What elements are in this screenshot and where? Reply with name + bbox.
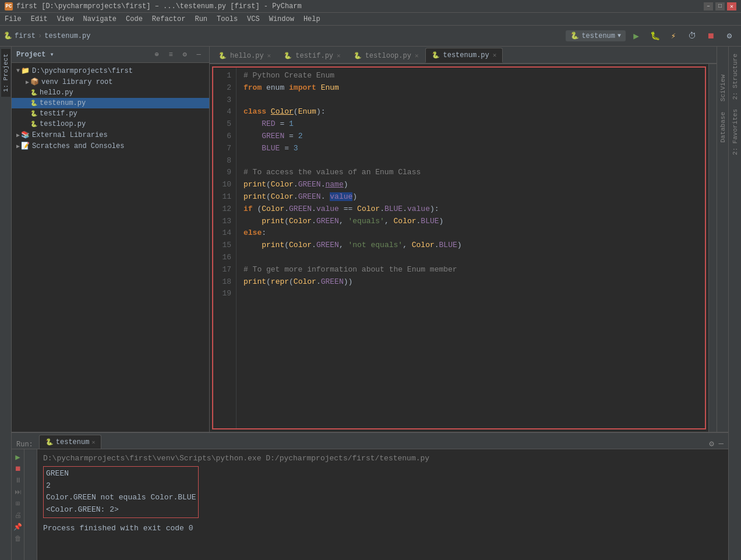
tab-testloop[interactable]: 🐍 testloop.py ✕ <box>347 48 425 63</box>
code-editor[interactable]: 12345 678910 1112131415 16171819 # Pytho… <box>210 64 717 432</box>
tree-item-external[interactable]: ▶ 📚 External Libraries <box>12 129 209 140</box>
project-panel-header: Project ▾ ⊕ ≡ ⚙ ─ <box>12 47 209 63</box>
group-button[interactable]: ⊞ <box>13 498 23 509</box>
resume-button[interactable]: ⏭ <box>13 487 23 497</box>
run-tab-label: testenum <box>56 438 90 446</box>
panel-add-button[interactable]: ⊕ <box>151 49 163 61</box>
output-2: 2 <box>46 480 196 492</box>
run-tab-close[interactable]: ✕ <box>91 439 95 446</box>
tab-testif-close[interactable]: ✕ <box>337 52 341 59</box>
code-content[interactable]: # Python Create Enum from enum import En… <box>237 68 705 428</box>
editor-scrollbar[interactable] <box>708 64 717 432</box>
tree-item-scratches[interactable]: ▶ 📝 Scratches and Consoles <box>12 140 209 152</box>
sciview-tab[interactable]: SciView <box>718 70 728 106</box>
menu-vcs[interactable]: VCS <box>242 13 264 25</box>
close-panel-icon: ─ <box>719 439 724 449</box>
tree-item-testloop[interactable]: 🐍 testloop.py <box>12 119 209 129</box>
rerun-button[interactable]: ▶ <box>13 452 23 462</box>
output-not-equals: Color.GREEN not equals Color.BLUE <box>46 492 196 504</box>
coverage-button[interactable]: ⚡ <box>665 28 682 44</box>
project-breadcrumb[interactable]: 🐍 <box>3 31 12 40</box>
tab-testenum-icon: 🐍 <box>432 51 440 59</box>
bottom-tab-bar: Run: 🐍 testenum ✕ ⚙ ─ <box>12 433 728 449</box>
stop-run-button[interactable]: ⏹ <box>13 463 23 474</box>
tab-testloop-close[interactable]: ✕ <box>415 52 419 59</box>
console-cmd-line: D:\pycharmprojects\first\venv\Scripts\py… <box>43 453 722 465</box>
tab-hello-close[interactable]: ✕ <box>267 52 271 59</box>
pause-button[interactable]: ⏸ <box>13 475 23 485</box>
tab-testloop-icon: 🐍 <box>354 52 362 59</box>
content-area: Project ▾ ⊕ ≡ ⚙ ─ ▼ 📁 D:\pycharmprojects… <box>12 47 728 560</box>
tab-testif-label: testif.py <box>295 52 333 60</box>
tree-hello-label: hello.py <box>40 89 73 97</box>
menu-run[interactable]: Run <box>190 13 212 25</box>
tab-hello[interactable]: 🐍 hello.py ✕ <box>212 48 277 63</box>
menu-view[interactable]: View <box>52 13 79 25</box>
menu-refactor[interactable]: Refactor <box>147 13 190 25</box>
menu-code[interactable]: Code <box>121 13 147 25</box>
breadcrumb-file[interactable]: testenum.py <box>44 32 90 40</box>
line-numbers: 12345 678910 1112131415 16171819 <box>213 68 237 428</box>
pin-button[interactable]: 📌 <box>13 522 23 532</box>
panel-gear-button[interactable]: ⚙ <box>179 49 190 61</box>
menu-bar: File Edit View Navigate Code Refactor Ru… <box>0 13 741 26</box>
breadcrumb-sep: › <box>38 32 42 40</box>
menu-navigate[interactable]: Navigate <box>78 13 121 25</box>
structure-tab-vertical[interactable]: 2: Structure <box>731 49 740 104</box>
trash-button[interactable]: 🗑 <box>13 533 23 544</box>
tree-scratches-label: Scratches and Consoles <box>32 142 124 150</box>
tab-testenum-close[interactable]: ✕ <box>493 51 497 59</box>
minimize-button[interactable]: – <box>704 2 713 10</box>
stop-button[interactable]: ⏹ <box>703 28 719 44</box>
tree-item-venv[interactable]: ▶ 📦 venv library root <box>12 76 209 87</box>
menu-window[interactable]: Window <box>264 13 299 25</box>
bottom-panel-settings[interactable]: ⚙ ─ <box>709 439 724 449</box>
bottom-left-strip <box>24 449 37 560</box>
run-config-icon: 🐍 <box>570 31 579 40</box>
tree-item-testenum[interactable]: 🐍 testenum.py <box>12 98 209 108</box>
exit-message: Process finished with exit code 0 <box>43 523 722 535</box>
run-configuration[interactable]: 🐍 testenum ▼ <box>566 30 626 41</box>
close-button[interactable]: ✕ <box>727 2 736 10</box>
project-tab-vertical[interactable]: 1: Project <box>1 49 10 97</box>
favorites-tab-vertical[interactable]: 2: Favorites <box>731 104 740 160</box>
breadcrumb: 🐍 first › testenum.py <box>3 31 90 40</box>
tab-hello-label: hello.py <box>230 52 264 60</box>
tree-item-hello[interactable]: 🐍 hello.py <box>12 87 209 98</box>
maximize-button[interactable]: □ <box>715 2 725 10</box>
tab-testif[interactable]: 🐍 testif.py ✕ <box>277 48 347 63</box>
tree-testloop-label: testloop.py <box>40 120 86 128</box>
settings-button[interactable]: ⚙ <box>721 28 738 44</box>
title-bar: PC first [D:\pycharmprojects\first] – ..… <box>0 0 741 13</box>
run-button[interactable]: ▶ <box>628 28 644 44</box>
filter-button[interactable]: 🖨 <box>13 510 23 520</box>
app-logo: PC <box>5 2 13 10</box>
project-panel: Project ▾ ⊕ ≡ ⚙ ─ ▼ 📁 D:\pycharmprojects… <box>12 47 210 432</box>
debug-button[interactable]: 🐛 <box>647 28 663 44</box>
panel-close-button[interactable]: ─ <box>193 49 204 61</box>
tree-item-testif[interactable]: 🐍 testif.py <box>12 108 209 119</box>
run-label: Run: <box>16 441 33 449</box>
project-panel-title: Project ▾ <box>16 50 54 59</box>
project-tree: ▼ 📁 D:\pycharmprojects\first ▶ 📦 venv li… <box>12 63 209 432</box>
tree-item-root[interactable]: ▼ 📁 D:\pycharmprojects\first <box>12 65 209 76</box>
editor-row: Project ▾ ⊕ ≡ ⚙ ─ ▼ 📁 D:\pycharmprojects… <box>12 47 728 432</box>
database-tab[interactable]: Database <box>718 107 728 147</box>
side-tabs-right: SciView Database <box>717 47 728 432</box>
window-title: first [D:\pycharmprojects\first] – ...\t… <box>16 2 302 10</box>
menu-edit[interactable]: Edit <box>26 13 52 25</box>
menu-help[interactable]: Help <box>299 13 325 25</box>
output-green: GREEN <box>46 468 196 480</box>
panel-settings-button[interactable]: ≡ <box>165 49 177 61</box>
tab-testenum[interactable]: 🐍 testenum.py ✕ <box>425 48 503 63</box>
menu-file[interactable]: File <box>0 13 26 25</box>
profile-button[interactable]: ⏱ <box>684 28 700 44</box>
tab-hello-icon: 🐍 <box>218 52 227 59</box>
tree-root-label: D:\pycharmprojects\first <box>32 67 133 75</box>
menu-tools[interactable]: Tools <box>212 13 242 25</box>
title-bar-left: PC first [D:\pycharmprojects\first] – ..… <box>5 2 302 10</box>
bottom-panel: Run: 🐍 testenum ✕ ⚙ ─ ▶ ⏹ <box>12 432 728 560</box>
left-vertical-tabs: 1: Project <box>0 47 12 560</box>
run-tab[interactable]: 🐍 testenum ✕ <box>39 435 102 449</box>
breadcrumb-project[interactable]: first <box>15 32 36 40</box>
